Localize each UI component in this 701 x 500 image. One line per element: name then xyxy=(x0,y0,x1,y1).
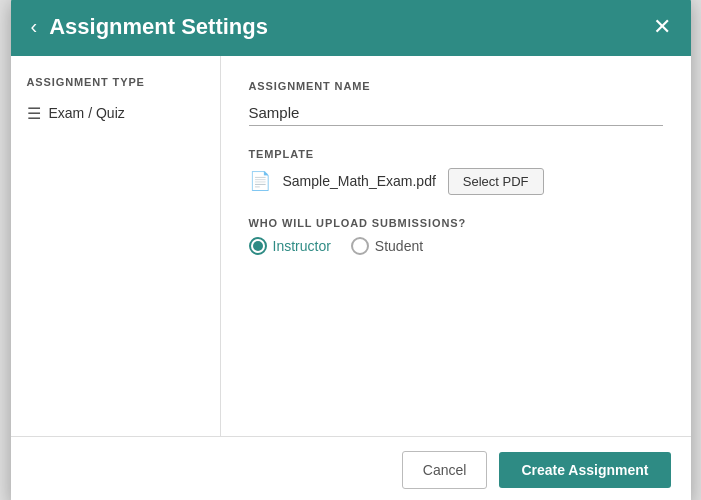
radio-student-option[interactable]: Student xyxy=(351,237,423,255)
radio-instructor-circle xyxy=(249,237,267,255)
template-row: 📄 Sample_Math_Exam.pdf Select PDF xyxy=(249,168,663,195)
modal-footer: Cancel Create Assignment xyxy=(11,436,691,501)
template-label: Template xyxy=(249,148,663,160)
select-pdf-button[interactable]: Select PDF xyxy=(448,168,544,195)
back-icon: ‹ xyxy=(31,15,38,38)
sidebar-item-label: Exam / Quiz xyxy=(49,105,125,121)
close-icon: ✕ xyxy=(653,14,671,40)
upload-label: Who Will Upload Submissions? xyxy=(249,217,663,229)
radio-instructor-label: Instructor xyxy=(273,238,331,254)
create-assignment-button[interactable]: Create Assignment xyxy=(499,452,670,488)
modal-header: ‹ Assignment Settings ✕ xyxy=(11,0,691,56)
modal-title: Assignment Settings xyxy=(49,14,652,40)
sidebar-item-exam-quiz[interactable]: ☰ Exam / Quiz xyxy=(27,100,204,127)
pdf-icon: 📄 xyxy=(249,170,271,192)
template-group: Template 📄 Sample_Math_Exam.pdf Select P… xyxy=(249,148,663,195)
exam-quiz-icon: ☰ xyxy=(27,104,41,123)
assignment-name-input[interactable] xyxy=(249,100,663,126)
cancel-button[interactable]: Cancel xyxy=(402,451,488,489)
content-area: Assignment Name Template 📄 Sample_Math_E… xyxy=(221,56,691,436)
back-button[interactable]: ‹ xyxy=(31,15,38,38)
radio-student-circle xyxy=(351,237,369,255)
sidebar-section-label: Assignment Type xyxy=(27,76,204,88)
sidebar: Assignment Type ☰ Exam / Quiz xyxy=(11,56,221,436)
radio-group: Instructor Student xyxy=(249,237,663,255)
modal-body: Assignment Type ☰ Exam / Quiz Assignment… xyxy=(11,56,691,436)
assignment-name-group: Assignment Name xyxy=(249,80,663,126)
pdf-filename: Sample_Math_Exam.pdf xyxy=(283,173,436,189)
assignment-settings-modal: ‹ Assignment Settings ✕ Assignment Type … xyxy=(11,0,691,500)
radio-student-label: Student xyxy=(375,238,423,254)
upload-group: Who Will Upload Submissions? Instructor … xyxy=(249,217,663,255)
assignment-name-label: Assignment Name xyxy=(249,80,663,92)
close-button[interactable]: ✕ xyxy=(653,14,671,40)
radio-instructor-option[interactable]: Instructor xyxy=(249,237,331,255)
